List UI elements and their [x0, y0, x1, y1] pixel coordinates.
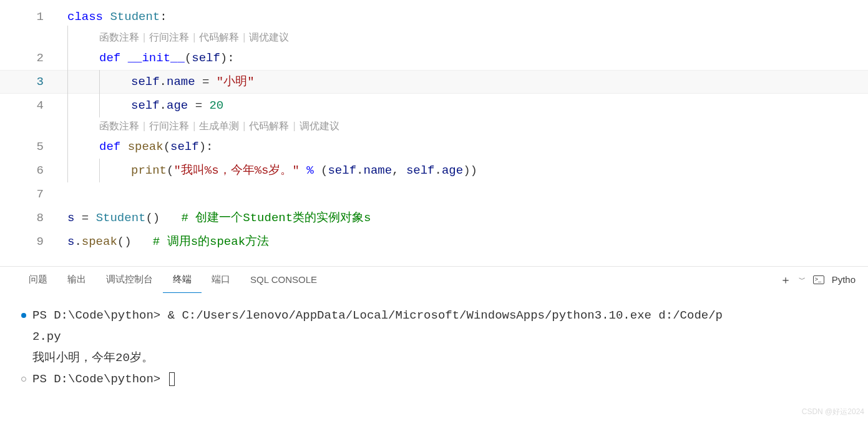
param-self: self: [170, 135, 199, 159]
codelens-row: 函数注释 | 行间注释 | 生成单测 | 代码解释 | 调优建议: [0, 117, 868, 135]
codelens-row: 函数注释 | 行间注释 | 代码解释 | 调优建议: [0, 29, 868, 46]
terminal-line: PS D:\Code\python> & C:/Users/lenovo/App…: [21, 305, 847, 326]
string-literal: "小明": [217, 70, 255, 94]
terminal-output-text: 我叫小明，今年20岁。: [32, 347, 847, 369]
codelens-func-comment[interactable]: 函数注释: [99, 29, 139, 46]
var-s: s: [67, 206, 74, 230]
code-line[interactable]: 7: [0, 182, 868, 206]
watermark: CSDN @好运2024: [802, 407, 864, 417]
keyword-def: def: [99, 46, 120, 70]
method-init: __init__: [128, 46, 185, 70]
builtin-print: print: [131, 159, 167, 182]
codelens-func-comment[interactable]: 函数注释: [99, 117, 139, 135]
terminal-prompt: PS D:\Code\python>: [32, 309, 168, 322]
terminal-cursor[interactable]: [169, 372, 175, 386]
status-dot-active-icon: [21, 313, 26, 318]
tab-terminal[interactable]: 终端: [163, 267, 202, 293]
keyword-class: class: [67, 5, 103, 29]
codelens-explain[interactable]: 代码解释: [199, 29, 239, 46]
tab-problems[interactable]: 问题: [19, 267, 57, 293]
terminal-line: PS D:\Code\python>: [21, 369, 847, 390]
codelens-optimize[interactable]: 调优建议: [300, 117, 339, 135]
tab-sql-console[interactable]: SQL CONSOLE: [240, 267, 327, 293]
codelens-unit-test[interactable]: 生成单测: [199, 117, 239, 135]
line-number: 6: [0, 159, 56, 182]
tab-output[interactable]: 输出: [57, 267, 96, 293]
var-s: s: [67, 230, 74, 254]
code-line[interactable]: 9 s . speak ( ) # 调用s的speak方法: [0, 230, 868, 254]
code-line[interactable]: 8 s = Student ( ) # 创建一个Student类的实例对象s: [0, 206, 868, 230]
terminal-icon[interactable]: >_: [813, 275, 824, 284]
line-number: 1: [0, 5, 56, 29]
terminal-profile-label[interactable]: Pytho: [832, 274, 856, 285]
line-number: 9: [0, 230, 56, 254]
code-line[interactable]: 4 self . age = 20: [0, 94, 868, 117]
code-line[interactable]: 6 print ( "我叫%s，今年%s岁。" % ( self . name …: [0, 159, 868, 182]
code-line-current[interactable]: 3 self . name = "小明": [0, 70, 868, 94]
class-name: Student: [110, 5, 160, 29]
terminal-line: 我叫小明，今年20岁。: [21, 347, 847, 369]
line-number: 5: [0, 135, 56, 159]
tab-ports[interactable]: 端口: [202, 267, 240, 293]
line-number: 3: [0, 70, 56, 94]
comment: # 调用s的speak方法: [153, 230, 269, 254]
chevron-down-icon[interactable]: ﹀: [799, 275, 806, 284]
string-literal: "我叫%s，今年%s岁。": [173, 159, 299, 182]
line-number: 2: [0, 46, 56, 70]
line-number: 8: [0, 206, 56, 230]
code-line[interactable]: 5 def speak ( self ) :: [0, 135, 868, 159]
keyword-def: def: [99, 135, 120, 159]
tab-debug-console[interactable]: 调试控制台: [96, 267, 163, 293]
status-dot-idle-icon: [21, 377, 26, 382]
terminal-output[interactable]: PS D:\Code\python> & C:/Users/lenovo/App…: [0, 292, 868, 421]
token-self: self: [131, 70, 160, 94]
terminal-line: 2.py: [21, 326, 847, 347]
line-number: 7: [0, 182, 56, 206]
terminal-prompt: PS D:\Code\python>: [32, 372, 168, 386]
token-self: self: [131, 94, 160, 117]
code-editor[interactable]: 1 class Student : 函数注释 | 行间注释 | 代码解释 | 调…: [0, 0, 868, 266]
codelens-explain[interactable]: 代码解释: [249, 117, 289, 135]
new-terminal-icon[interactable]: ＋: [780, 272, 791, 287]
codelens-optimize[interactable]: 调优建议: [249, 29, 289, 46]
param-self: self: [192, 46, 220, 70]
number-literal: 20: [209, 94, 223, 117]
comment: # 创建一个Student类的实例对象s: [181, 206, 371, 230]
terminal-command-cont: 2.py: [32, 326, 847, 347]
codelens-inline-comment[interactable]: 行间注释: [149, 117, 189, 135]
method-speak: speak: [128, 135, 163, 159]
codelens-inline-comment[interactable]: 行间注释: [149, 29, 189, 46]
prop-name: name: [167, 70, 195, 94]
prop-age: age: [167, 94, 188, 117]
line-number: 4: [0, 94, 56, 117]
code-line[interactable]: 1 class Student :: [0, 5, 868, 29]
code-line[interactable]: 2 def __init__ ( self ) :: [0, 46, 868, 70]
terminal-command: & C:/Users/lenovo/AppData/Local/Microsof…: [168, 309, 723, 322]
panel-tab-bar: 问题 输出 调试控制台 终端 端口 SQL CONSOLE ＋ ﹀ >_ Pyt…: [0, 266, 868, 292]
